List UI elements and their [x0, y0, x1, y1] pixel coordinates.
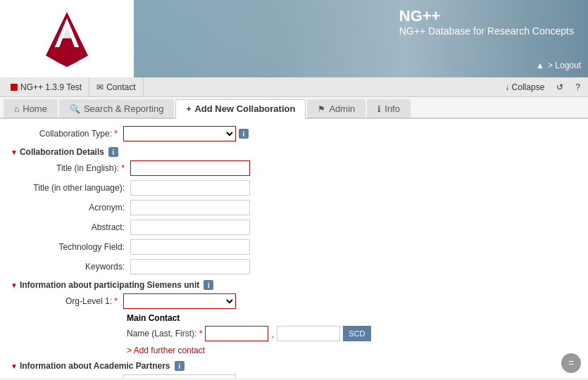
academic-select[interactable]	[123, 374, 236, 378]
svg-marker-1	[46, 12, 67, 67]
main-content: Collaboration Type: * i ▼ Collaboration …	[0, 119, 588, 378]
tab-info-label: Info	[384, 103, 400, 114]
logout-link[interactable]: > Logout	[548, 61, 581, 70]
angular-logo-icon	[32, 4, 102, 74]
academic-arrow-icon: ▼	[11, 362, 18, 370]
siemens-section-title: Information about participating Siemens …	[20, 280, 199, 290]
acronym-input[interactable]	[130, 200, 250, 215]
tech-field-row: Technology Field:	[18, 239, 577, 255]
title-en-input[interactable]	[130, 160, 250, 176]
info-tab-icon: ℹ	[377, 104, 381, 114]
title-other-row: Title (in other language):	[18, 180, 577, 196]
abstract-input[interactable]	[130, 220, 250, 235]
tab-search-label: Search & Reporting	[84, 103, 163, 114]
acronym-label: Acronym:	[18, 203, 130, 213]
org-level-row: Org-Level 1: *	[11, 293, 577, 309]
academic-field-row: ...	[11, 374, 577, 378]
main-contact-label: Main Contact	[127, 313, 577, 323]
tab-admin-label: Admin	[329, 103, 355, 114]
top-nav-bar: NG++ 1.3.9 Test ✉ Contact ↓ Collapse ↺ ?	[0, 77, 588, 97]
collab-type-required: *	[114, 129, 118, 139]
title-other-input[interactable]	[130, 180, 250, 196]
title-other-label: Title (in other language):	[18, 183, 130, 193]
collapse-button[interactable]: ↓ Collapse	[501, 81, 549, 94]
add-further-contact[interactable]: > Add further contact	[127, 346, 577, 355]
scroll-handle[interactable]: =	[561, 353, 581, 373]
last-name-input[interactable]	[205, 326, 268, 341]
svg-marker-2	[67, 12, 88, 67]
tab-admin[interactable]: ⚑ Admin	[307, 99, 365, 118]
nav-contact-label: Contact	[106, 82, 135, 92]
siemens-arrow-icon: ▼	[11, 281, 18, 289]
refresh-button[interactable]: ↺	[552, 81, 568, 94]
collab-details-info-icon[interactable]: i	[108, 147, 118, 157]
scroll-handle-icon: =	[568, 357, 574, 369]
main-contact-section: Main Contact Name (Last, First): * , SCD	[127, 313, 577, 341]
abstract-row: Abstract:	[18, 220, 577, 235]
app-header: NG++ NG++ Database for Research Concepts…	[0, 0, 588, 77]
academic-section[interactable]: ▼ Information about Academic Partners i	[11, 361, 577, 371]
nav-version-label: NG++ 1.3.9 Test	[20, 82, 82, 92]
user-area: ▲ > Logout	[536, 61, 581, 70]
app-subtitle: NG++ Database for Research Concepts	[399, 25, 574, 37]
keywords-row: Keywords:	[18, 259, 577, 274]
tab-add-collaboration[interactable]: + Add New Collaboration	[175, 99, 306, 119]
academic-info-icon[interactable]: i	[175, 361, 184, 371]
nav-version[interactable]: NG++ 1.3.9 Test	[4, 77, 89, 96]
tech-field-label: Technology Field:	[18, 242, 130, 252]
flag-icon: ⚑	[318, 104, 325, 114]
tech-field-input[interactable]	[130, 239, 250, 255]
collab-details-fields: Title (in English): * Title (in other la…	[18, 160, 577, 274]
collab-type-info-icon[interactable]: i	[239, 129, 249, 139]
logo-area	[0, 0, 134, 77]
acronym-row: Acronym:	[18, 200, 577, 215]
keywords-input[interactable]	[130, 259, 250, 274]
abstract-label: Abstract:	[18, 222, 130, 232]
add-icon: +	[186, 104, 191, 114]
collab-details-arrow-icon: ▼	[11, 148, 18, 156]
header-background: NG++ NG++ Database for Research Concepts…	[134, 0, 588, 77]
collab-type-label: Collaboration Type: *	[11, 129, 123, 139]
collab-details-title: Collaboration Details	[20, 147, 104, 157]
org-level-select[interactable]	[123, 293, 236, 309]
first-name-input[interactable]	[277, 326, 340, 341]
nav-contact[interactable]: ✉ Contact	[89, 77, 143, 96]
scd-button[interactable]: SCD	[343, 326, 370, 341]
tab-info[interactable]: ℹ Info	[367, 99, 411, 118]
name-row: Name (Last, First): * , SCD	[127, 326, 577, 341]
collab-type-select[interactable]	[123, 126, 236, 141]
envelope-icon: ✉	[96, 82, 104, 92]
tab-add-label: Add New Collaboration	[194, 103, 295, 114]
app-name: NG++	[399, 7, 574, 25]
top-nav-right: ↓ Collapse ↺ ?	[501, 81, 584, 94]
academic-section-title: Information about Academic Partners	[20, 361, 170, 371]
main-tab-bar: ⌂ Home 🔍 Search & Reporting + Add New Co…	[0, 97, 588, 119]
academic-dash-label: ...	[11, 377, 123, 378]
title-en-row: Title (in English): *	[18, 160, 577, 176]
search-icon: 🔍	[70, 104, 80, 114]
home-icon: ⌂	[14, 104, 19, 114]
tab-home[interactable]: ⌂ Home	[4, 99, 58, 118]
title-en-label: Title (in English): *	[18, 163, 130, 173]
help-button[interactable]: ?	[571, 81, 584, 94]
siemens-section[interactable]: ▼ Information about participating Siemen…	[11, 280, 577, 290]
tab-home-label: Home	[23, 103, 47, 114]
version-dot-icon	[11, 84, 18, 91]
app-title-area: NG++ NG++ Database for Research Concepts	[399, 7, 574, 37]
name-label: Name (Last, First): *	[127, 329, 205, 338]
tab-search[interactable]: 🔍 Search & Reporting	[59, 99, 174, 118]
siemens-info-icon[interactable]: i	[204, 280, 213, 290]
name-separator: ,	[268, 328, 277, 339]
org-level-label: Org-Level 1: *	[11, 296, 123, 306]
collab-type-row: Collaboration Type: * i	[11, 126, 577, 141]
keywords-label: Keywords:	[18, 262, 130, 272]
user-icon: ▲	[536, 61, 544, 70]
collab-details-section[interactable]: ▼ Collaboration Details i	[11, 147, 577, 157]
